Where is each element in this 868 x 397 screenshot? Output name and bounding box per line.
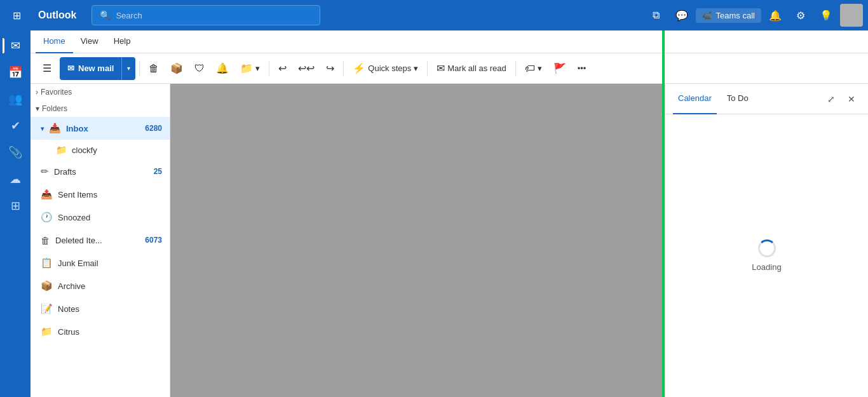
spam-button[interactable]: 🛡	[189, 57, 210, 80]
tab-help[interactable]: Help	[106, 30, 139, 53]
snooze-button[interactable]: 🔔	[211, 57, 234, 80]
archive-nav-icon: 📦	[41, 280, 53, 292]
right-panel-header: Calendar To Do ⤢ ✕	[665, 84, 868, 114]
sidebar-item-mail[interactable]: ✉	[3, 33, 28, 58]
folders-label: Folders	[42, 104, 67, 113]
sidebar-item-apps[interactable]: ⊞	[3, 193, 28, 219]
inbox-badge: 6280	[145, 124, 162, 133]
drafts-badge: 25	[154, 167, 162, 176]
divider-2	[269, 61, 269, 76]
new-mail-main[interactable]: ✉ New mail	[60, 57, 121, 80]
delete-button[interactable]: 🗑	[144, 57, 164, 80]
more-icon: •••	[578, 64, 587, 73]
rp-close-button[interactable]: ✕	[843, 90, 860, 108]
nav-item-notes[interactable]: 📝 Notes	[31, 297, 170, 320]
nav-item-drafts[interactable]: ✏ Drafts 25	[31, 160, 170, 183]
nav-item-sent[interactable]: 📤 Sent Items	[31, 183, 170, 206]
multiwindow-icon[interactable]: ⧉	[645, 4, 668, 27]
loading-spinner	[758, 239, 776, 257]
quick-steps-button[interactable]: ⚡ Quick steps ▾	[348, 57, 423, 80]
settings-icon[interactable]: ⚙	[789, 4, 812, 27]
archive-icon: 📦	[170, 62, 183, 74]
nav-item-citrus[interactable]: 📁 Citrus	[31, 320, 170, 343]
citrus-icon: 📁	[41, 326, 53, 337]
clockfy-icon: 📁	[56, 145, 67, 155]
citrus-label: Citrus	[58, 327, 79, 337]
sidebar-item-calendar[interactable]: 📅	[3, 60, 28, 85]
sidebar-item-people[interactable]: 👥	[3, 86, 28, 112]
deleted-badge: 6073	[145, 236, 162, 245]
ribbon-area: Home View Help ☰ ✉ New mail ▾ 🗑 📦 �	[31, 30, 868, 397]
lightbulb-icon[interactable]: 💡	[815, 4, 837, 27]
spam-icon: 🛡	[194, 63, 205, 74]
move-button[interactable]: 📁▾	[235, 57, 265, 80]
undo-all-icon: ↩↩	[298, 62, 315, 74]
waffle-icon[interactable]: ⊞	[5, 4, 28, 27]
quick-steps-icon: ⚡	[353, 62, 365, 74]
undo-all-button[interactable]: ↩↩	[293, 57, 320, 80]
teams-call-button[interactable]: 📹 Teams call	[696, 8, 761, 23]
tag-button[interactable]: 🏷▾	[520, 57, 547, 80]
new-mail-button[interactable]: ✉ New mail ▾	[60, 57, 135, 80]
quick-steps-label: Quick steps	[368, 64, 411, 73]
nav-item-archive[interactable]: 📦 Archive	[31, 274, 170, 297]
favorites-chevron-icon: ›	[36, 88, 38, 97]
rp-actions: ⤢ ✕	[822, 90, 860, 108]
flag-button[interactable]: 🚩	[548, 57, 571, 80]
notes-label: Notes	[58, 304, 79, 314]
rp-tab-calendar[interactable]: Calendar	[673, 84, 717, 114]
feedback-icon[interactable]: 💬	[670, 4, 693, 27]
sidebar-item-attach[interactable]: 📎	[3, 140, 28, 165]
quick-steps-chevron: ▾	[414, 64, 418, 73]
archive-button[interactable]: 📦	[165, 57, 188, 80]
menu-tabs: Home View Help	[31, 30, 868, 53]
search-input[interactable]	[116, 11, 312, 20]
snoozed-label: Snoozed	[58, 213, 90, 222]
inbox-icon: 📥	[49, 123, 61, 134]
tag-icon: 🏷	[525, 63, 535, 74]
video-icon: 📹	[702, 11, 712, 20]
snooze-icon: 🔔	[216, 62, 229, 74]
app-title: Outlook	[38, 10, 76, 21]
sidebar-item-tasks[interactable]: ✔	[3, 113, 28, 138]
redo-button[interactable]: ↪	[321, 57, 339, 80]
mark-all-read-button[interactable]: ✉ Mark all as read	[431, 57, 511, 80]
clockfy-label: clockfy	[72, 145, 97, 155]
mail-icon: ✉	[67, 64, 74, 73]
notes-icon: 📝	[41, 303, 53, 314]
rp-tab-todo[interactable]: To Do	[722, 84, 754, 114]
hamburger-button[interactable]: ☰	[36, 57, 58, 80]
search-box[interactable]: 🔍	[92, 5, 320, 25]
favorites-section[interactable]: › Favorites	[31, 84, 170, 100]
deleted-icon: 🗑	[41, 235, 50, 246]
top-bar-right: ⧉ 💬 📹 Teams call 🔔 ⚙ 💡	[645, 4, 863, 27]
nav-sub-item-clockfy[interactable]: 📁 clockfy	[31, 140, 170, 160]
notification-icon[interactable]: 🔔	[764, 4, 787, 27]
divider-4	[427, 61, 428, 76]
avatar[interactable]	[840, 4, 863, 27]
nav-item-deleted[interactable]: 🗑 Deleted Ite... 6073	[31, 229, 170, 252]
undo-icon: ↩	[278, 62, 287, 74]
more-button[interactable]: •••	[573, 57, 592, 80]
teams-call-label: Teams call	[716, 11, 755, 20]
drafts-label: Drafts	[54, 167, 76, 177]
loading-text: Loading	[752, 262, 781, 272]
rp-expand-button[interactable]: ⤢	[822, 90, 840, 108]
nav-item-junk[interactable]: 📋 Junk Email	[31, 252, 170, 274]
toolbar: ☰ ✉ New mail ▾ 🗑 📦 🛡 🔔	[31, 53, 868, 84]
redo-icon: ↪	[326, 62, 334, 74]
new-mail-dropdown[interactable]: ▾	[121, 57, 135, 80]
nav-item-inbox[interactable]: ▾ 📥 Inbox 6280	[31, 117, 170, 140]
nav-item-snoozed[interactable]: 🕐 Snoozed	[31, 206, 170, 229]
content-split: › Favorites ▾ Folders ▾ 📥 Inbox 6280 📁	[31, 84, 868, 397]
tab-view[interactable]: View	[73, 30, 106, 53]
sent-label: Sent Items	[58, 190, 97, 199]
sidebar-item-cloud[interactable]: ☁	[3, 166, 28, 192]
junk-label: Junk Email	[58, 259, 98, 268]
tab-home[interactable]: Home	[36, 30, 73, 53]
folders-section[interactable]: ▾ Folders	[31, 100, 170, 117]
new-mail-label: New mail	[78, 64, 114, 73]
snoozed-icon: 🕐	[41, 212, 53, 223]
right-panel: Calendar To Do ⤢ ✕ Loading	[665, 84, 868, 397]
undo-button[interactable]: ↩	[273, 57, 292, 80]
